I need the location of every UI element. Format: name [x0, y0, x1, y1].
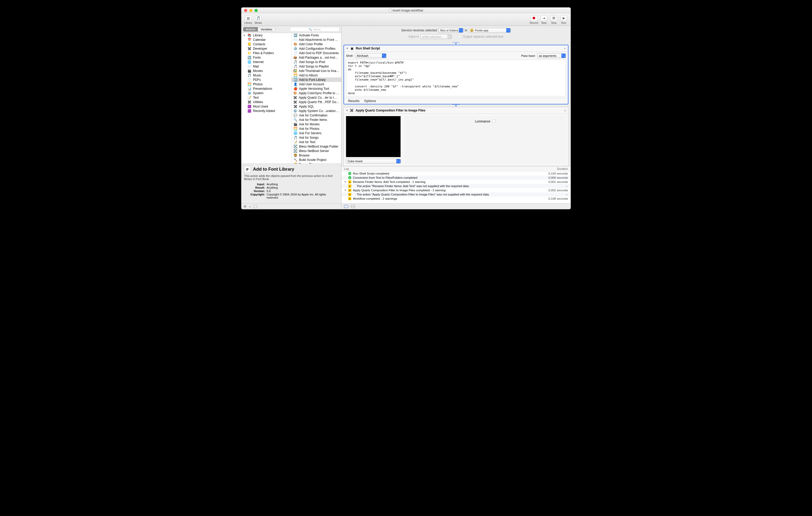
- disclosure-triangle-icon[interactable]: ▼: [346, 47, 348, 50]
- shell-select[interactable]: /bin/bash⌃⌄: [355, 53, 386, 58]
- category-calendar[interactable]: 📅Calendar: [241, 37, 291, 42]
- info-meta-row: Copyright:Copyright © 2004–2016 by Apple…: [244, 193, 339, 199]
- shell-script-textarea[interactable]: export PATH=/usr/local/bin:$PATH for f i…: [346, 60, 566, 96]
- category-pdfs[interactable]: 📄PDFs: [241, 78, 291, 82]
- action-label: Add Songs to iPod: [299, 60, 325, 64]
- pass-input-select[interactable]: as arguments⌃⌄: [537, 53, 566, 58]
- smart-group-most-used[interactable]: 🟪Most Used: [241, 104, 291, 109]
- log-rows[interactable]: ✓Run Shell Script completed0,104 seconds…: [341, 171, 571, 203]
- receives-app-select[interactable]: Finder.app⌃⌄: [469, 28, 511, 33]
- luminance-checkbox[interactable]: [492, 120, 495, 123]
- tab-actions[interactable]: Actions: [243, 27, 258, 31]
- log-row[interactable]: The action "Rename Finder Items: Add Tex…: [341, 184, 571, 188]
- action-icon: ✖️: [293, 100, 297, 104]
- gear-menu-chevron-icon[interactable]: [249, 205, 251, 208]
- disclosure-triangle-icon[interactable]: ▼: [346, 109, 348, 112]
- disclosure-triangle-icon[interactable]: ▼: [344, 189, 347, 192]
- category-internet[interactable]: 🌐Internet: [241, 60, 291, 64]
- category-developer[interactable]: ✖️Developer: [241, 46, 291, 51]
- log-row[interactable]: ✓Conversion from Text to Files/Folders c…: [341, 176, 571, 180]
- stop-button[interactable]: Stop: [549, 15, 558, 24]
- action-ask-for-songs[interactable]: 🎵Ask for Songs: [292, 135, 341, 140]
- log-row[interactable]: ▼Apply Quartz Composition Filter to Imag…: [341, 188, 571, 192]
- action-add-configuration-profiles[interactable]: ⚙️Add Configuration Profiles: [292, 46, 341, 51]
- action-apple-versioning-tool[interactable]: 🍎Apple Versioning Tool: [292, 86, 341, 91]
- log-row[interactable]: The action "Apply Quartz Composition Fil…: [341, 192, 571, 197]
- action-add-user-account[interactable]: 👤Add User Account: [292, 82, 341, 86]
- action-browse[interactable]: 🦁Browse: [292, 153, 341, 157]
- library-button[interactable]: ▥Library: [243, 15, 253, 24]
- category-mail[interactable]: ✉️Mail: [241, 64, 291, 68]
- disclosure-triangle-icon[interactable]: ▼: [344, 180, 347, 183]
- receives-type-select[interactable]: files or folders⌃⌄: [438, 28, 463, 33]
- action-run-shell-script[interactable]: ▼ ▣ Run Shell Script × Shell: /bin/bash⌃…: [344, 45, 569, 105]
- action-ask-for-confirmation[interactable]: 💬Ask for Confirmation: [292, 113, 341, 117]
- category-utilities[interactable]: ✖️Utilities: [241, 100, 291, 104]
- category-photos[interactable]: 🌅Photos: [241, 82, 291, 86]
- action-add-songs-to-playlist[interactable]: 🎵Add Songs to Playlist: [292, 64, 341, 68]
- step-button[interactable]: Step: [539, 15, 549, 24]
- smart-group-recently-added[interactable]: 🟪Recently Added: [241, 109, 291, 113]
- action-activate-fonts[interactable]: 🔤Activate Fonts: [292, 33, 341, 37]
- media-button[interactable]: 🎵Media: [254, 15, 263, 24]
- quartz-filter-select[interactable]: Color Invert⌃⌄: [346, 159, 401, 164]
- action-icon: 🎵: [293, 136, 297, 140]
- log-row[interactable]: ✓Run Shell Script completed0,104 seconds: [341, 171, 571, 176]
- disclosure-triangle-icon[interactable]: ▼: [243, 34, 245, 37]
- category-fonts[interactable]: 🔤Fonts: [241, 55, 291, 60]
- action-apply-quartz-filt-pdf-documents[interactable]: ✖️Apply Quartz Filt…PDF Documents: [292, 100, 341, 104]
- category-presentations[interactable]: 📊Presentations: [241, 86, 291, 91]
- category-text[interactable]: 📝Text: [241, 95, 291, 100]
- action-ask-for-servers[interactable]: 🌐Ask For Servers: [292, 131, 341, 135]
- titlebar[interactable]: Invert Image.workflow: [241, 7, 571, 13]
- workflow-canvas[interactable]: ▼ ▣ Run Shell Script × Shell: /bin/bash⌃…: [341, 40, 571, 166]
- action-ask-for-movies[interactable]: 🎬Ask for Movies: [292, 122, 341, 126]
- run-button[interactable]: Run: [559, 15, 569, 24]
- action-ask-for-photos[interactable]: 🌅Ask for Photos: [292, 126, 341, 131]
- category-system[interactable]: ⚙️System: [241, 91, 291, 95]
- action-ask-for-finder-items[interactable]: 🔍Ask for Finder Items: [292, 117, 341, 122]
- action-add-to-font-library[interactable]: 🔤Add to Font Library: [292, 78, 341, 82]
- actions-variables-segment[interactable]: Actions Variables: [243, 27, 275, 32]
- action-add-attachments-to-front-message[interactable]: ✉️Add Attachments to Front Message: [292, 37, 341, 42]
- action-apply-colorsync-profile-to-images[interactable]: 🎨Apply ColorSync Profile to Images: [292, 91, 341, 95]
- remove-action-button[interactable]: ×: [564, 47, 566, 51]
- action-apply-system-co-uration-settings[interactable]: ⚙️Apply System Co…uration Settings: [292, 109, 341, 113]
- log-duration: 0,108 seconds: [548, 197, 568, 200]
- variables-view-button[interactable]: [351, 205, 355, 208]
- action-build-xcode-project[interactable]: 🔨Build Xcode Project: [292, 157, 341, 162]
- category-label: PDFs: [253, 78, 261, 82]
- expand-pane-button[interactable]: [253, 205, 257, 208]
- tab-variables[interactable]: Variables: [258, 27, 275, 31]
- action-add-grid-to-pdf-documents[interactable]: 📄Add Grid to PDF Documents: [292, 51, 341, 55]
- category-music[interactable]: 🎵Music: [241, 73, 291, 78]
- action-add-color-profile[interactable]: 🎨Add Color Profile: [292, 42, 341, 46]
- categories-column[interactable]: ▼ 📚 Library 📅Calendar📒Contacts✖️Develope…: [241, 33, 292, 164]
- log-row[interactable]: Workflow completed - 2 warnings0,108 sec…: [341, 197, 571, 201]
- actions-column[interactable]: 🔤Activate Fonts✉️Add Attachments to Fron…: [292, 33, 341, 164]
- category-files-folders[interactable]: 📁Files & Folders: [241, 51, 291, 55]
- results-tab[interactable]: Results: [348, 99, 359, 103]
- remove-action-button[interactable]: ×: [564, 109, 566, 113]
- action-icon: 🖼️: [293, 69, 297, 73]
- action-add-packages-a-ost-install-scripts[interactable]: 📦Add Packages a…ost-Install Scripts: [292, 55, 341, 60]
- action-add-songs-to-ipod[interactable]: 🎵Add Songs to iPod: [292, 60, 341, 64]
- action-apply-quartz-co-ter-to-image-files[interactable]: ✖️Apply Quartz Co…ter to Image Files: [292, 95, 341, 100]
- options-tab[interactable]: Options: [364, 99, 376, 103]
- record-button[interactable]: Record: [529, 15, 539, 24]
- log-row[interactable]: ▼Rename Finder Items: Add Text completed…: [341, 180, 571, 184]
- action-add-to-album[interactable]: 🌅Add to Album: [292, 73, 341, 78]
- action-bless-netboot-image-folder[interactable]: 💽Bless NetBoot Image Folder: [292, 144, 341, 149]
- library-root[interactable]: ▼ 📚 Library: [241, 33, 291, 37]
- category-contacts[interactable]: 📒Contacts: [241, 42, 291, 46]
- gear-icon[interactable]: [243, 205, 246, 208]
- action-apply-quartz-filter[interactable]: ▼ ✖️ Apply Quartz Composition Filter to …: [344, 107, 569, 166]
- search-input[interactable]: Name: [290, 27, 340, 32]
- action-add-thumbnail-icon-to-image-files[interactable]: 🖼️Add Thumbnail Icon to Image Files: [292, 68, 341, 73]
- action-label: Apply Quartz Co…ter to Image Files: [299, 96, 340, 99]
- action-apply-sql[interactable]: ✖️Apply SQL: [292, 104, 341, 109]
- editor-view-button[interactable]: [344, 205, 348, 208]
- category-movies[interactable]: 🎬Movies: [241, 68, 291, 73]
- action-ask-for-text[interactable]: 📝Ask for Text: [292, 140, 341, 144]
- action-bless-netboot-server[interactable]: 💽Bless NetBoot Server: [292, 149, 341, 153]
